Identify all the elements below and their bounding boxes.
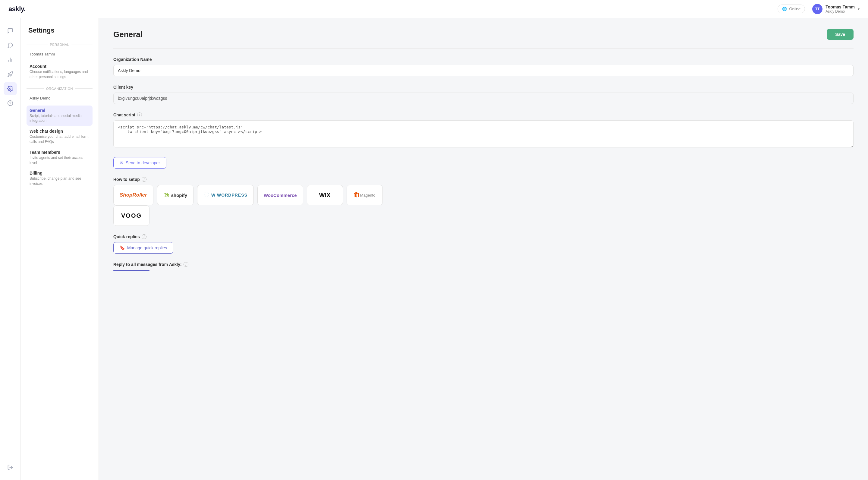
bookmark-icon: 🔖 <box>120 245 125 250</box>
logo: askly. <box>8 5 26 13</box>
user-details: Toomas Tamm Askly Demo <box>826 4 855 13</box>
team-members-desc: Invite agents and set their access level <box>30 155 90 166</box>
settings-personal-name: Toomas Tamm <box>27 49 93 59</box>
account-title: Account <box>30 64 90 69</box>
save-button[interactable]: Save <box>827 29 854 40</box>
settings-sidebar: Settings Personal Toomas Tamm Account Ch… <box>21 18 99 480</box>
quick-replies-section: Quick replies i 🔖 Manage quick replies <box>113 234 854 253</box>
platform-woocommerce[interactable]: WooCommerce <box>257 185 303 205</box>
sidebar-item-web-chat-design[interactable]: Web chat design Customise your chat, add… <box>27 126 93 147</box>
avatar: TT <box>812 4 823 14</box>
platform-shopify[interactable]: 🛍 shopify <box>157 185 193 205</box>
personal-section-label: Personal <box>27 43 93 47</box>
billing-title: Billing <box>30 171 90 176</box>
magento-label: Magento <box>354 192 375 198</box>
web-chat-title: Web chat design <box>30 129 90 133</box>
platform-voog[interactable]: VOOG <box>113 205 150 226</box>
shopify-icon: 🛍 <box>163 192 169 199</box>
general-desc: Script, tutorials and social media integ… <box>30 113 90 124</box>
sidebar-item-help[interactable] <box>4 96 17 110</box>
how-to-setup-label: How to setup i <box>113 177 854 182</box>
wp-icon <box>204 191 210 199</box>
app-layout: Settings Personal Toomas Tamm Account Ch… <box>0 0 868 480</box>
chat-script-info-icon: i <box>137 113 142 117</box>
platform-wix[interactable]: WIX <box>307 185 343 205</box>
page-title: General <box>113 30 143 39</box>
envelope-icon: ✉ <box>120 160 123 165</box>
sidebar-item-general[interactable]: General Script, tutorials and social med… <box>27 106 93 126</box>
woocommerce-label: WooCommerce <box>264 193 297 198</box>
svg-point-3 <box>9 88 11 90</box>
sidebar-item-team-members[interactable]: Team members Invite agents and set their… <box>27 147 93 168</box>
sidebar-item-rocket[interactable] <box>4 67 17 81</box>
org-name-input[interactable] <box>113 65 854 76</box>
reply-to-all-section: Reply to all messages from Askly: i <box>113 262 854 271</box>
billing-desc: Subscribe, change plan and see invoices <box>30 176 90 186</box>
quick-replies-label: Quick replies i <box>113 234 854 239</box>
manage-quick-replies-button[interactable]: 🔖 Manage quick replies <box>113 242 173 253</box>
platform-grid-row2: VOOG <box>113 205 854 226</box>
topnav-right: 🌐 Online TT Toomas Tamm Askly Demo ▾ <box>778 4 860 14</box>
settings-org-name: Askly Demo <box>27 93 93 103</box>
account-desc: Choose notifications, languages and othe… <box>30 69 90 80</box>
org-name-section: Organization Name <box>113 57 854 76</box>
client-key-input <box>113 93 854 104</box>
client-key-section: Client key <box>113 85 854 104</box>
sidebar-item-analytics[interactable] <box>4 53 17 66</box>
icon-sidebar <box>0 18 21 480</box>
topnav: askly. 🌐 Online TT Toomas Tamm Askly Dem… <box>0 0 868 18</box>
shoproller-label: ShopRoller <box>120 192 147 198</box>
sidebar-item-inbox[interactable] <box>4 38 17 52</box>
general-title: General <box>30 108 90 113</box>
sidebar-item-logout[interactable] <box>4 461 17 474</box>
settings-title: Settings <box>27 27 93 34</box>
org-section-label: Organization <box>27 87 93 90</box>
platform-magento[interactable]: Magento <box>347 185 383 205</box>
client-key-label: Client key <box>113 85 854 90</box>
chat-script-textarea[interactable]: <script src="https://chat.askly.me/cw/ch… <box>113 120 854 147</box>
sidebar-item-billing[interactable]: Billing Subscribe, change plan and see i… <box>27 168 93 189</box>
send-to-developer-button[interactable]: ✉ Send to developer <box>113 157 166 169</box>
sidebar-item-settings[interactable] <box>4 82 17 95</box>
header-divider <box>113 48 854 49</box>
how-to-setup-section: How to setup i ShopRoller 🛍 shopify <box>113 177 854 226</box>
user-org: Askly Demo <box>826 9 855 13</box>
sidebar-item-chat[interactable] <box>4 24 17 37</box>
chat-script-label: Chat script i <box>113 113 854 117</box>
status-label: Online <box>789 7 801 11</box>
reply-to-all-info-icon: i <box>184 262 188 267</box>
org-name-label: Organization Name <box>113 57 854 62</box>
user-menu[interactable]: TT Toomas Tamm Askly Demo ▾ <box>812 4 860 14</box>
chat-script-section: Chat script i <script src="https://chat.… <box>113 113 854 149</box>
quick-replies-info-icon: i <box>142 234 147 239</box>
voog-label: VOOG <box>121 212 142 219</box>
wix-label: WIX <box>319 192 331 199</box>
platform-grid: ShopRoller 🛍 shopify W WordPress <box>113 185 854 205</box>
sidebar-item-account[interactable]: Account Choose notifications, languages … <box>27 61 93 82</box>
chevron-down-icon: ▾ <box>858 7 860 11</box>
globe-icon: 🌐 <box>782 7 787 11</box>
how-to-setup-info-icon: i <box>142 177 147 182</box>
page-header: General Save <box>113 29 854 40</box>
main-content: General Save Organization Name Client ke… <box>99 18 868 480</box>
shopify-label: 🛍 shopify <box>163 192 187 199</box>
user-name: Toomas Tamm <box>826 4 855 9</box>
platform-wordpress[interactable]: W WordPress <box>197 185 254 205</box>
reply-bar-indicator <box>113 270 150 271</box>
send-to-developer-section: ✉ Send to developer <box>113 157 854 169</box>
platform-shoproller[interactable]: ShopRoller <box>113 185 153 205</box>
web-chat-desc: Customise your chat, add email form, cal… <box>30 134 90 144</box>
wordpress-label: W WordPress <box>204 191 247 199</box>
reply-to-all-label: Reply to all messages from Askly: i <box>113 262 854 267</box>
team-members-title: Team members <box>30 150 90 155</box>
status-badge[interactable]: 🌐 Online <box>778 4 805 13</box>
